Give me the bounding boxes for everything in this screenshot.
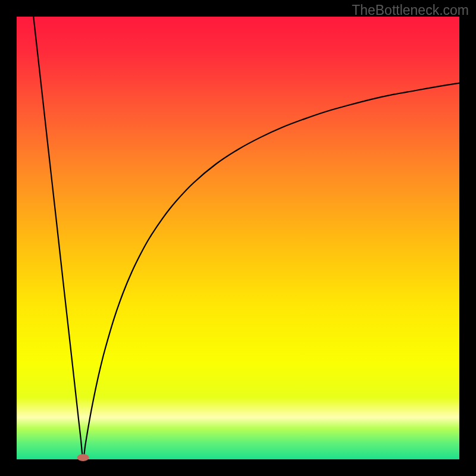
optimum-marker — [77, 454, 89, 461]
plot-background — [17, 17, 459, 459]
bottleneck-chart — [0, 0, 476, 476]
watermark-text: TheBottleneck.com — [352, 2, 469, 18]
